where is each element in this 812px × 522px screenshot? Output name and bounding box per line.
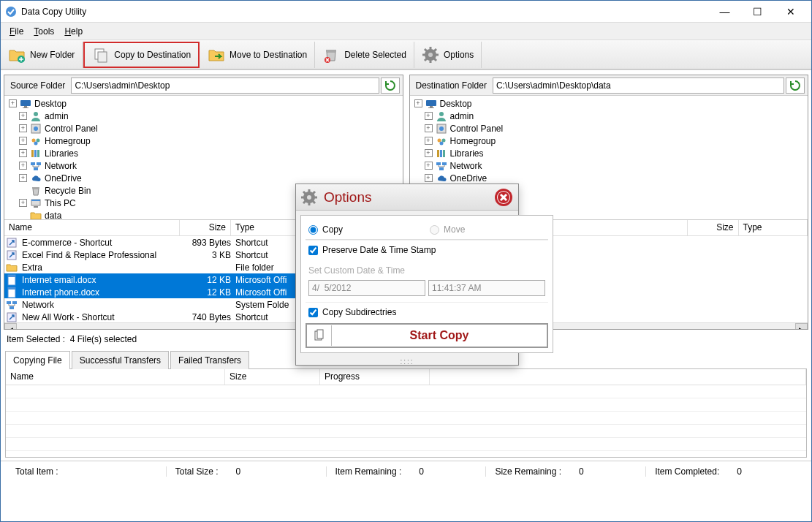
maximize-button[interactable]: ☐ — [741, 1, 774, 22]
tree-node[interactable]: +Homegroup — [420, 135, 808, 147]
menu-file[interactable]: File — [10, 26, 23, 37]
custom-date-input[interactable] — [308, 280, 425, 296]
th-name[interactable]: Name — [6, 369, 225, 385]
size-remaining-label: Size Remaining : — [495, 466, 561, 477]
tree-node[interactable]: +Control Panel — [420, 122, 808, 135]
file-size: 740 Bytes — [180, 312, 231, 322]
copy-radio-option[interactable]: Copy — [306, 220, 427, 239]
svg-point-51 — [437, 138, 441, 142]
move-radio-option[interactable]: Move — [427, 220, 548, 239]
svg-rect-59 — [439, 167, 444, 170]
move-radio[interactable] — [430, 225, 439, 235]
expand-icon[interactable]: + — [19, 137, 27, 145]
custom-time-input[interactable] — [428, 280, 545, 296]
expand-icon[interactable]: + — [425, 174, 433, 182]
svg-point-19 — [34, 112, 38, 116]
th-size[interactable]: Size — [225, 369, 320, 385]
minimize-button[interactable]: — — [708, 1, 741, 22]
source-path-input[interactable] — [71, 77, 379, 94]
tree-node-label: Desktop — [440, 99, 472, 109]
tree-node[interactable]: +Network — [15, 159, 403, 172]
expand-icon[interactable]: + — [9, 99, 17, 107]
expand-icon[interactable]: + — [19, 112, 27, 120]
preserve-timestamp-option[interactable]: Preserve Date & Time Stamp — [306, 240, 548, 260]
tree-node-label: Network — [45, 161, 77, 171]
delete-selected-button[interactable]: Delete Selected — [315, 42, 414, 68]
th-extra[interactable] — [430, 369, 806, 385]
expand-icon[interactable]: + — [425, 124, 433, 132]
tree-node[interactable]: +OneDrive — [420, 172, 808, 184]
tab-failed-transfers[interactable]: Failed Transfers — [170, 351, 249, 369]
pc-icon — [30, 197, 42, 209]
copy-subdirectories-option[interactable]: Copy Subdirectries — [306, 302, 548, 322]
transfer-header[interactable]: Name Size Progress — [6, 369, 806, 385]
close-button[interactable]: ✕ — [774, 1, 807, 22]
copy-subdirectories-checkbox[interactable] — [308, 308, 318, 317]
destination-path-input[interactable] — [493, 77, 784, 94]
th-progress[interactable]: Progress — [320, 369, 430, 385]
tree-node[interactable]: +Libraries — [15, 147, 403, 159]
tree-node-label: OneDrive — [450, 173, 487, 184]
tree-node[interactable]: +Control Panel — [15, 122, 403, 135]
clipboard-button[interactable] — [307, 325, 332, 346]
tab-copying-file[interactable]: Copying File — [5, 351, 70, 369]
new-folder-icon — [8, 46, 26, 64]
destination-refresh-button[interactable] — [786, 77, 805, 94]
col-type[interactable]: Type — [739, 220, 808, 235]
dialog-grip[interactable]: :::: — [296, 358, 518, 365]
scroll-left-icon[interactable]: ◀ — [4, 323, 17, 329]
options-button[interactable]: Options — [414, 42, 482, 68]
start-copy-button[interactable]: Start Copy — [332, 325, 547, 347]
user-icon — [436, 110, 447, 122]
net-icon — [30, 160, 42, 172]
bin-icon — [30, 185, 42, 197]
copy-radio[interactable] — [308, 225, 318, 235]
new-folder-button[interactable]: New Folder — [1, 42, 83, 68]
tree-node[interactable]: +admin — [420, 110, 808, 122]
expand-icon[interactable]: + — [19, 162, 27, 170]
file-name: E-commerce - Shortcut — [22, 238, 112, 248]
col-name[interactable]: Name — [4, 220, 180, 235]
expand-icon[interactable]: + — [425, 149, 433, 157]
window-title: Data Copy Utility — [21, 7, 708, 17]
tree-node[interactable]: +Network — [420, 159, 808, 172]
menu-tools[interactable]: Tools — [34, 26, 54, 37]
source-refresh-button[interactable] — [381, 77, 400, 94]
svg-rect-18 — [23, 107, 29, 108]
expand-icon[interactable]: + — [19, 199, 27, 207]
user-icon — [30, 110, 42, 122]
copy-to-destination-button[interactable]: Copy to Destination — [83, 42, 200, 68]
cloud-icon — [30, 173, 42, 184]
expand-icon[interactable]: + — [414, 99, 422, 107]
col-size[interactable]: Size — [688, 220, 739, 235]
col-size[interactable]: Size — [180, 220, 231, 235]
expand-icon[interactable]: + — [19, 149, 27, 157]
transfer-rows — [6, 385, 806, 451]
tree-node[interactable]: +Homegroup — [15, 135, 403, 147]
expand-icon[interactable]: + — [425, 112, 433, 120]
dialog-close-button[interactable] — [493, 187, 514, 208]
selection-status-value: 4 File(s) selected — [70, 334, 137, 344]
tree-node[interactable]: +Libraries — [420, 147, 808, 159]
menu-help[interactable]: Help — [64, 26, 83, 37]
scroll-right-icon[interactable]: ▶ — [795, 323, 808, 329]
expand-icon[interactable]: + — [425, 162, 433, 170]
expand-icon[interactable]: + — [425, 137, 433, 145]
tree-node-label: Homegroup — [450, 136, 496, 146]
size-remaining-value: 0 — [579, 466, 584, 477]
lib-icon — [30, 148, 42, 159]
move-to-destination-button[interactable]: Move to Destination — [200, 42, 315, 68]
preserve-timestamp-checkbox[interactable] — [308, 246, 318, 255]
expand-icon[interactable]: + — [19, 124, 27, 132]
tree-node[interactable]: +OneDrive — [15, 172, 403, 184]
tree-node[interactable]: +admin — [15, 110, 403, 122]
expand-icon[interactable]: + — [19, 174, 27, 182]
tab-successful-transfers[interactable]: Successful Transfers — [72, 351, 169, 369]
svg-point-24 — [34, 141, 38, 145]
link-icon — [6, 249, 18, 261]
options-dialog-titlebar[interactable]: Options — [296, 184, 518, 211]
tree-node[interactable]: +Desktop — [410, 97, 808, 110]
table-row — [6, 385, 806, 398]
tree-node[interactable]: +Desktop — [4, 97, 403, 110]
tree-node-label: admin — [45, 111, 69, 121]
